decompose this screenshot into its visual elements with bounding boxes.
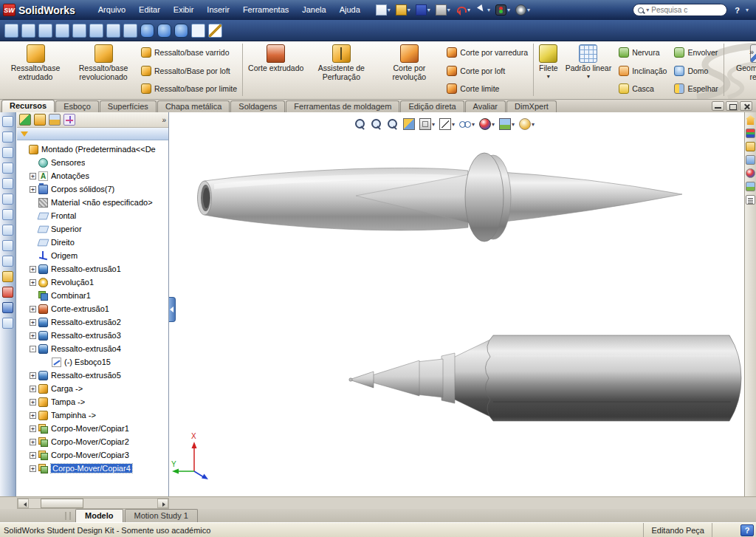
ribbon-button[interactable]: Corte por varredura ▾ <box>443 44 532 62</box>
view-toolbar-icon[interactable] <box>174 24 188 38</box>
tree-horizontal-scrollbar[interactable] <box>17 498 169 509</box>
ribbon-button[interactable]: Inclinação ▾ <box>615 62 670 81</box>
dropdown-arrow-icon[interactable]: ▾ <box>532 121 535 128</box>
dropdown-arrow-icon[interactable]: ▾ <box>427 7 430 13</box>
menu-item[interactable]: Janela <box>295 0 332 20</box>
status-help-button[interactable]: ? <box>740 524 754 536</box>
expand-toggle[interactable]: + <box>30 412 36 419</box>
task-pane-icon[interactable] <box>746 168 755 178</box>
tree-item[interactable]: Montado (Predeterminada<<De <box>17 143 168 156</box>
view-toolbar-icon[interactable] <box>4 24 18 38</box>
quick-tool-button[interactable]: ▾ <box>494 4 512 16</box>
ribbon-button[interactable]: Casca ▾ <box>615 80 670 98</box>
dropdown-arrow-icon[interactable]: ▾ <box>507 7 510 13</box>
left-toolbar-icon[interactable] <box>2 194 13 205</box>
command-tab[interactable]: Edição direta <box>400 100 464 112</box>
view-toolbar-icon[interactable] <box>157 24 171 38</box>
view-tool-button[interactable]: ▾ <box>479 118 495 130</box>
view-tool-button[interactable]: ▾ <box>499 118 515 130</box>
left-toolbar-icon[interactable] <box>2 240 13 251</box>
task-pane-icon[interactable] <box>746 182 755 191</box>
tree-item[interactable]: + Corpo-Mover/Copiar3 <box>17 448 168 462</box>
ribbon-button[interactable]: Padrão linear ▾ <box>562 44 615 98</box>
tree-item[interactable]: (-) Esboço15 <box>17 355 168 369</box>
ribbon-button[interactable]: Domo ▾ <box>670 62 721 81</box>
ribbon-overflow-chevron[interactable]: » <box>749 47 754 56</box>
quick-tool-button[interactable]: ▾ <box>434 4 452 16</box>
scroll-left-icon[interactable] <box>18 499 29 508</box>
expand-toggle[interactable]: + <box>30 465 36 472</box>
quick-tool-button[interactable]: ▾ <box>374 4 392 16</box>
ribbon-button[interactable]: Corte extrudado ▾ <box>244 44 307 98</box>
tree-item[interactable]: + Ressalto-extrusão5 <box>17 369 168 382</box>
dropdown-arrow-icon[interactable]: ▾ <box>527 7 530 13</box>
command-tab[interactable]: DimXpert <box>506 100 557 112</box>
panel-collapse-handle[interactable] <box>169 297 176 322</box>
command-tab[interactable]: Ferramentas de moldagem <box>286 100 399 112</box>
expand-toggle[interactable]: + <box>30 399 36 406</box>
tree-item[interactable]: + Corpo-Mover/Copiar4 <box>17 462 168 475</box>
dropdown-arrow-icon[interactable]: ▾ <box>547 73 550 80</box>
scrollbar-thumb[interactable] <box>41 499 83 508</box>
left-toolbar-icon[interactable] <box>2 209 13 220</box>
left-toolbar-icon[interactable] <box>2 256 13 267</box>
tree-filter-bar[interactable] <box>17 128 168 140</box>
minimize-icon[interactable] <box>712 101 724 111</box>
left-toolbar-icon[interactable] <box>2 147 13 158</box>
tree-item[interactable]: + Corte-extrusão1 <box>17 302 168 315</box>
expand-toggle[interactable]: + <box>30 186 36 193</box>
dropdown-arrow-icon[interactable]: ▾ <box>467 7 470 13</box>
view-toolbar-icon[interactable] <box>38 24 52 38</box>
tree-item[interactable]: + Corpos sólidos(7) <box>17 182 168 196</box>
menu-item[interactable]: Editar <box>132 0 167 20</box>
view-tool-button[interactable]: ▾ <box>354 118 366 130</box>
task-pane-icon[interactable] <box>746 155 755 165</box>
left-toolbar-icon[interactable] <box>2 271 13 282</box>
menu-item[interactable]: Arquivo <box>92 0 132 20</box>
expand-toggle[interactable]: + <box>30 173 36 179</box>
expand-toggle[interactable]: + <box>30 439 36 445</box>
search-box[interactable]: ▾ <box>633 4 727 16</box>
tree-item[interactable]: + Revolução1 <box>17 276 168 289</box>
command-tab[interactable]: Soldagens <box>230 100 285 112</box>
ribbon-button[interactable]: Ressalto/base por limite ▾ <box>137 80 241 98</box>
dropdown-arrow-icon[interactable]: ▾ <box>432 121 435 128</box>
view-toolbar-icon[interactable] <box>55 24 69 38</box>
tree-item[interactable]: + Tampinha -> <box>17 408 168 422</box>
dropdown-arrow-icon[interactable]: ▾ <box>487 7 490 13</box>
ribbon-button[interactable]: Corte por loft ▾ <box>443 62 532 81</box>
tree-item[interactable]: + Corpo-Mover/Copiar1 <box>17 422 168 435</box>
view-toolbar-icon[interactable] <box>89 24 103 38</box>
restore-icon[interactable] <box>726 101 738 111</box>
tree-item[interactable]: + Tampa -> <box>17 395 168 408</box>
dropdown-arrow-icon[interactable]: ▾ <box>452 121 455 128</box>
pen-model[interactable] <box>198 153 683 242</box>
quick-tool-button[interactable]: ▾ <box>474 4 492 16</box>
dropdown-arrow-icon[interactable]: ▾ <box>388 7 391 13</box>
tree-item[interactable]: Origem <box>17 249 168 262</box>
expand-toggle[interactable]: + <box>30 279 36 286</box>
menu-item[interactable]: Ferramentas <box>236 0 295 20</box>
quick-tool-button[interactable]: ▾ <box>394 4 412 16</box>
view-toolbar-icon[interactable] <box>106 24 120 38</box>
ribbon-button[interactable]: Ressalto/base revolucionado ▾ <box>69 44 137 98</box>
tree-item[interactable]: + Carga -> <box>17 382 168 395</box>
tree-item[interactable]: Combinar1 <box>17 289 168 302</box>
dropdown-arrow-icon[interactable]: ▾ <box>447 7 450 13</box>
dropdown-arrow-icon[interactable]: ▾ <box>512 121 515 128</box>
tree-item[interactable]: Frontal <box>17 209 168 222</box>
view-toolbar-icon[interactable] <box>208 24 222 38</box>
command-tab[interactable]: Recursos <box>1 100 55 112</box>
command-tab[interactable]: Esboço <box>55 100 99 112</box>
left-toolbar-icon[interactable] <box>2 225 13 236</box>
ribbon-button[interactable]: ▾ <box>533 44 534 96</box>
view-toolbar-icon[interactable] <box>21 24 35 38</box>
tree-item[interactable]: Direito <box>17 236 168 249</box>
task-pane-icon[interactable] <box>746 129 755 138</box>
expand-toggle[interactable]: + <box>30 386 36 392</box>
view-tool-button[interactable]: ▾ <box>387 118 399 130</box>
ribbon-button[interactable]: Nervura ▾ <box>615 44 670 62</box>
tree-item[interactable]: + Ressalto-extrusão1 <box>17 262 168 276</box>
ribbon-button[interactable]: Ressalto/base varrido ▾ <box>137 44 241 62</box>
pencil-model[interactable] <box>349 335 741 421</box>
